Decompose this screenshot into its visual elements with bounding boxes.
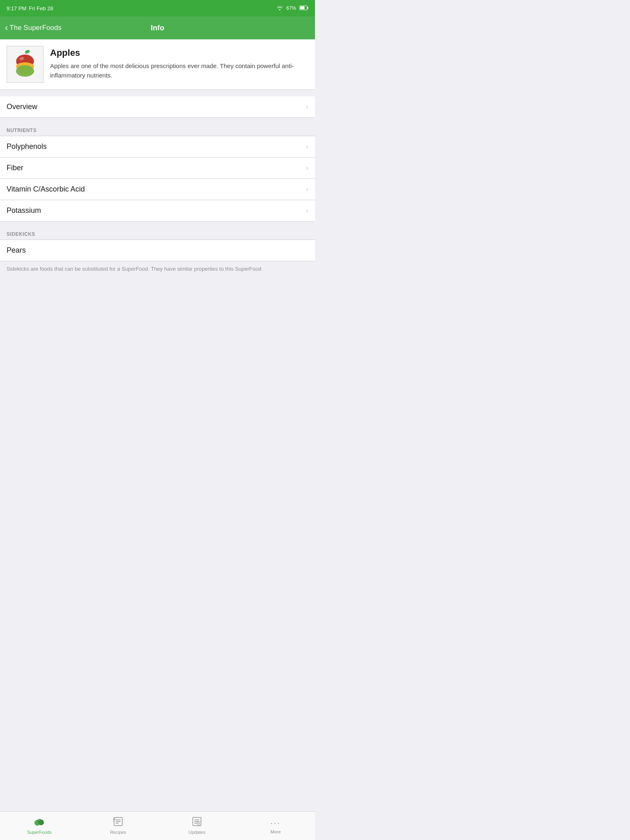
food-image [7,46,43,83]
svg-rect-2 [300,6,305,9]
gap-1 [0,90,315,96]
nutrient-row-potassium[interactable]: Potassium › [0,200,315,221]
nutrient-label-potassium: Potassium [7,206,41,215]
overview-chevron-icon: › [306,103,308,111]
main-content: Apples Apples are one of the most delici… [0,39,315,429]
gap-2 [0,118,315,124]
status-bar: 9:17 PM Fri Feb 28 67% [0,0,315,16]
potassium-chevron-icon: › [306,206,308,215]
nutrients-section-header: NUTRIENTS [0,124,315,136]
content-fill [0,277,315,400]
nutrient-row-fiber[interactable]: Fiber › [0,158,315,179]
polyphenols-chevron-icon: › [306,142,308,151]
svg-point-6 [16,65,34,77]
sidekick-label-pears: Pears [7,246,26,255]
sidekick-note: Sidekicks are foods that can be substitu… [0,261,315,277]
nutrient-label-polyphenols: Polyphenols [7,142,47,151]
nav-bar: ‹ The SuperFoods Info [0,16,315,39]
battery-icon [299,5,308,11]
battery-percentage: 67% [286,5,296,11]
status-date: Fri Feb 28 [29,5,53,11]
back-label: The SuperFoods [9,24,62,32]
food-info: Apples Apples are one of the most delici… [50,46,308,80]
nutrient-row-vitaminc[interactable]: Vitamin C/Ascorbic Acid › [0,179,315,200]
fiber-chevron-icon: › [306,164,308,172]
nutrient-label-fiber: Fiber [7,164,23,172]
overview-label: Overview [7,103,37,111]
status-time-date: 9:17 PM Fri Feb 28 [7,5,53,11]
wifi-icon [276,5,283,11]
gap-3 [0,221,315,228]
svg-rect-1 [308,7,308,9]
sidekicks-section-header: SIDEKICKS [0,228,315,240]
back-arrow-icon: ‹ [5,23,8,32]
food-header-card: Apples Apples are one of the most delici… [0,39,315,90]
nutrient-label-vitaminc: Vitamin C/Ascorbic Acid [7,185,85,194]
status-time: 9:17 PM [7,5,26,11]
overview-row[interactable]: Overview › [0,96,315,118]
status-indicators: 67% [276,5,308,11]
vitaminc-chevron-icon: › [306,185,308,194]
nav-title: Info [151,24,164,32]
sidekick-row-pears[interactable]: Pears [0,240,315,261]
food-name: Apples [50,48,308,58]
food-description: Apples are one of the most delicious pre… [50,62,308,80]
nutrient-row-polyphenols[interactable]: Polyphenols › [0,136,315,158]
back-button[interactable]: ‹ The SuperFoods [5,23,62,32]
